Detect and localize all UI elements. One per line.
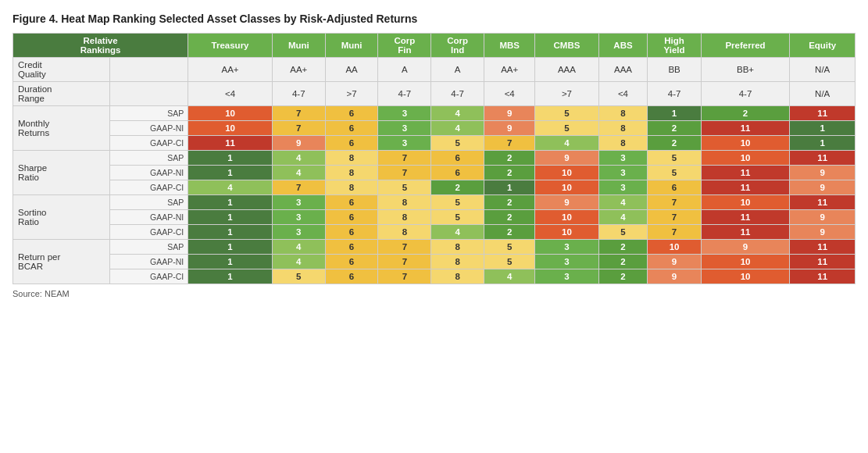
cell-data-4-8: 2 bbox=[648, 136, 701, 151]
header-mbs: MBS bbox=[484, 34, 535, 58]
cell-data-3-3: 3 bbox=[378, 121, 431, 136]
heatmap-table: RelativeRankings Treasury Muni Muni Corp… bbox=[13, 33, 855, 284]
cell-data-2-7: 8 bbox=[598, 106, 648, 121]
cell-data-13-10: 11 bbox=[790, 269, 855, 284]
cell-data-13-3: 7 bbox=[378, 269, 431, 284]
cell-data-4-4: 5 bbox=[431, 136, 484, 151]
cell-data-2-9: 2 bbox=[701, 106, 790, 121]
cell-data-13-2: 6 bbox=[325, 269, 378, 284]
cell-data-11-10: 11 bbox=[790, 240, 855, 255]
cell-data-10-9: 11 bbox=[701, 225, 790, 240]
cell-data-13-4: 8 bbox=[431, 269, 484, 284]
cell-data-3-7: 8 bbox=[598, 121, 648, 136]
cell-data-3-10: 1 bbox=[790, 121, 855, 136]
figure-container: Figure 4. Heat Map Ranking Selected Asse… bbox=[13, 12, 855, 298]
cell-duration-0: <4 bbox=[188, 82, 273, 106]
cell-data-11-0: 1 bbox=[188, 240, 273, 255]
duration-range-label: DurationRange bbox=[13, 82, 110, 106]
cell-data-11-6: 3 bbox=[535, 240, 598, 255]
cell-data-5-9: 10 bbox=[701, 151, 790, 166]
cell-data-11-2: 6 bbox=[325, 240, 378, 255]
cell-data-11-4: 8 bbox=[431, 240, 484, 255]
cell-data-4-9: 10 bbox=[701, 136, 790, 151]
cell-data-9-2: 6 bbox=[325, 210, 378, 225]
cell-data-7-1: 7 bbox=[272, 180, 325, 195]
sub-label-2: GAAP-CI bbox=[109, 136, 188, 151]
cell-data-3-0: 10 bbox=[188, 121, 273, 136]
cell-data-9-7: 4 bbox=[598, 210, 648, 225]
cell-data-6-6: 10 bbox=[535, 166, 598, 180]
cell-duration-10: N/A bbox=[790, 82, 855, 106]
cell-data-8-5: 2 bbox=[484, 195, 535, 210]
cell-data-4-6: 4 bbox=[535, 136, 598, 151]
cell-data-9-5: 2 bbox=[484, 210, 535, 225]
cell-data-4-0: 11 bbox=[188, 136, 273, 151]
cell-data-12-5: 5 bbox=[484, 255, 535, 269]
cell-data-10-10: 9 bbox=[790, 225, 855, 240]
cell-data-12-7: 2 bbox=[598, 255, 648, 269]
cell-data-6-7: 3 bbox=[598, 166, 648, 180]
duration-range-sublabel bbox=[109, 82, 188, 106]
cell-data-12-6: 3 bbox=[535, 255, 598, 269]
cell-data-9-10: 9 bbox=[790, 210, 855, 225]
figure-title: Figure 4. Heat Map Ranking Selected Asse… bbox=[13, 12, 855, 25]
cell-data-10-1: 3 bbox=[272, 225, 325, 240]
cell-duration-9: 4-7 bbox=[701, 82, 790, 106]
cell-data-5-3: 7 bbox=[378, 151, 431, 166]
group-label-0: MonthlyReturns bbox=[13, 106, 110, 151]
cell-data-3-6: 5 bbox=[535, 121, 598, 136]
cell-data-3-4: 4 bbox=[431, 121, 484, 136]
sub-label-6: SAP bbox=[109, 195, 188, 210]
sub-label-11: GAAP-CI bbox=[109, 269, 188, 284]
cell-data-11-5: 5 bbox=[484, 240, 535, 255]
cell-credit-1: AA+ bbox=[272, 58, 325, 82]
cell-data-2-6: 5 bbox=[535, 106, 598, 121]
cell-data-10-4: 4 bbox=[431, 225, 484, 240]
cell-data-4-1: 9 bbox=[272, 136, 325, 151]
cell-data-2-10: 11 bbox=[790, 106, 855, 121]
cell-credit-9: BB+ bbox=[701, 58, 790, 82]
cell-data-12-8: 9 bbox=[648, 255, 701, 269]
sub-label-4: GAAP-NI bbox=[109, 166, 188, 180]
cell-data-9-8: 7 bbox=[648, 210, 701, 225]
cell-data-2-3: 3 bbox=[378, 106, 431, 121]
cell-data-5-5: 2 bbox=[484, 151, 535, 166]
cell-data-9-6: 10 bbox=[535, 210, 598, 225]
cell-duration-4: 4-7 bbox=[431, 82, 484, 106]
cell-data-5-7: 3 bbox=[598, 151, 648, 166]
cell-data-11-8: 10 bbox=[648, 240, 701, 255]
cell-data-5-10: 11 bbox=[790, 151, 855, 166]
cell-duration-8: 4-7 bbox=[648, 82, 701, 106]
cell-data-2-8: 1 bbox=[648, 106, 701, 121]
cell-data-9-9: 11 bbox=[701, 210, 790, 225]
cell-data-13-8: 9 bbox=[648, 269, 701, 284]
cell-data-5-2: 8 bbox=[325, 151, 378, 166]
cell-data-10-7: 5 bbox=[598, 225, 648, 240]
sub-label-10: GAAP-NI bbox=[109, 255, 188, 269]
cell-data-7-2: 8 bbox=[325, 180, 378, 195]
cell-data-10-0: 1 bbox=[188, 225, 273, 240]
sub-label-9: SAP bbox=[109, 240, 188, 255]
cell-duration-3: 4-7 bbox=[378, 82, 431, 106]
cell-data-8-2: 6 bbox=[325, 195, 378, 210]
cell-data-8-1: 3 bbox=[272, 195, 325, 210]
cell-data-5-8: 5 bbox=[648, 151, 701, 166]
header-high-yield: HighYield bbox=[648, 34, 701, 58]
cell-data-7-4: 2 bbox=[431, 180, 484, 195]
cell-duration-2: >7 bbox=[325, 82, 378, 106]
cell-duration-7: <4 bbox=[598, 82, 648, 106]
cell-data-7-3: 5 bbox=[378, 180, 431, 195]
cell-data-13-6: 3 bbox=[535, 269, 598, 284]
cell-data-4-10: 1 bbox=[790, 136, 855, 151]
cell-data-3-1: 7 bbox=[272, 121, 325, 136]
cell-data-7-7: 3 bbox=[598, 180, 648, 195]
cell-data-9-4: 5 bbox=[431, 210, 484, 225]
cell-data-4-3: 3 bbox=[378, 136, 431, 151]
cell-data-6-4: 6 bbox=[431, 166, 484, 180]
header-treasury: Treasury bbox=[188, 34, 273, 58]
cell-data-3-5: 9 bbox=[484, 121, 535, 136]
cell-credit-8: BB bbox=[648, 58, 701, 82]
cell-data-10-2: 6 bbox=[325, 225, 378, 240]
cell-data-10-6: 10 bbox=[535, 225, 598, 240]
cell-data-6-5: 2 bbox=[484, 166, 535, 180]
